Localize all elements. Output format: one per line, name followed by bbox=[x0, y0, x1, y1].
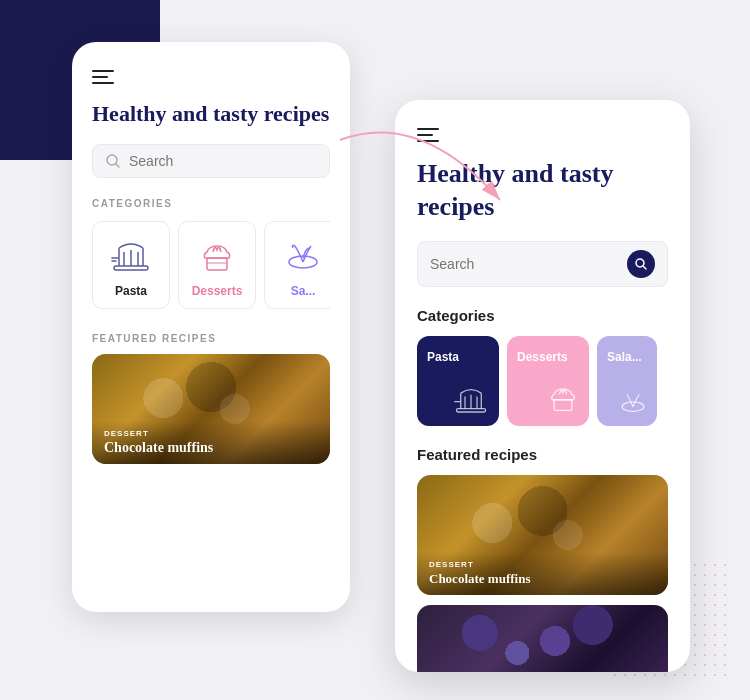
recipe-badge-left: DESSERT bbox=[104, 429, 318, 438]
category-pasta-right[interactable]: Pasta bbox=[417, 336, 499, 426]
pasta-icon-left bbox=[109, 234, 153, 278]
transition-arrow bbox=[330, 120, 510, 220]
svg-rect-2 bbox=[114, 266, 148, 270]
svg-point-22 bbox=[622, 402, 644, 411]
recipe-badge-muffin-right: DESSERT bbox=[429, 560, 656, 569]
search-input-right[interactable] bbox=[430, 256, 619, 272]
categories-label-left: CATEGORIES bbox=[92, 198, 330, 209]
search-icon-left bbox=[105, 153, 121, 169]
left-card-title: Healthy and tasty recipes bbox=[92, 100, 330, 128]
featured-label-left: FEATURED RECIPES bbox=[92, 333, 330, 344]
category-desserts-left[interactable]: Desserts bbox=[178, 221, 256, 309]
salads-name-left: Sa... bbox=[291, 284, 316, 298]
category-pasta-left[interactable]: Pasta bbox=[92, 221, 170, 309]
salad-icon-right bbox=[607, 388, 647, 416]
recipe-card-blueberry-right[interactable] bbox=[417, 605, 668, 672]
left-card: Healthy and tasty recipes CATEGORIES bbox=[72, 42, 350, 612]
categories-label-right: Categories bbox=[417, 307, 668, 324]
hamburger-menu-left[interactable] bbox=[92, 70, 114, 84]
cupcake-icon-right bbox=[517, 380, 579, 416]
search-input-left[interactable] bbox=[129, 153, 317, 169]
categories-row-right: Pasta Desserts bbox=[417, 336, 668, 426]
categories-row-left: Pasta Desserts bbox=[92, 221, 330, 309]
blueberry-image-right bbox=[417, 605, 668, 672]
pasta-icon-right bbox=[427, 384, 489, 416]
left-search-bar bbox=[92, 144, 330, 178]
search-icon-circle-right[interactable] bbox=[627, 250, 655, 278]
recipe-name-muffin-right: Chocolate muffins bbox=[429, 571, 656, 587]
recipe-overlay-muffin-right: DESSERT Chocolate muffins bbox=[417, 552, 668, 595]
recipe-card-muffin-left[interactable]: DESSERT Chocolate muffins bbox=[92, 354, 330, 464]
svg-rect-14 bbox=[456, 409, 485, 412]
right-search-bar bbox=[417, 241, 668, 287]
desserts-name-left: Desserts bbox=[192, 284, 243, 298]
category-salads-left[interactable]: Sa... bbox=[264, 221, 330, 309]
recipe-card-muffin-right[interactable]: DESSERT Chocolate muffins bbox=[417, 475, 668, 595]
desserts-label-right: Desserts bbox=[517, 350, 579, 364]
category-salads-right[interactable]: Sala... bbox=[597, 336, 657, 426]
salads-label-right: Sala... bbox=[607, 350, 647, 364]
recipe-name-left: Chocolate muffins bbox=[104, 440, 318, 456]
featured-label-right: Featured recipes bbox=[417, 446, 668, 463]
pasta-label-right: Pasta bbox=[427, 350, 489, 364]
svg-point-13 bbox=[636, 259, 644, 267]
search-icon-right bbox=[634, 257, 648, 271]
pasta-name-left: Pasta bbox=[115, 284, 147, 298]
recipe-overlay-left: DESSERT Chocolate muffins bbox=[92, 421, 330, 464]
cupcake-icon-left bbox=[195, 234, 239, 278]
category-desserts-right[interactable]: Desserts bbox=[507, 336, 589, 426]
salad-icon-left bbox=[281, 234, 325, 278]
svg-rect-21 bbox=[554, 400, 572, 411]
svg-rect-10 bbox=[207, 258, 227, 270]
